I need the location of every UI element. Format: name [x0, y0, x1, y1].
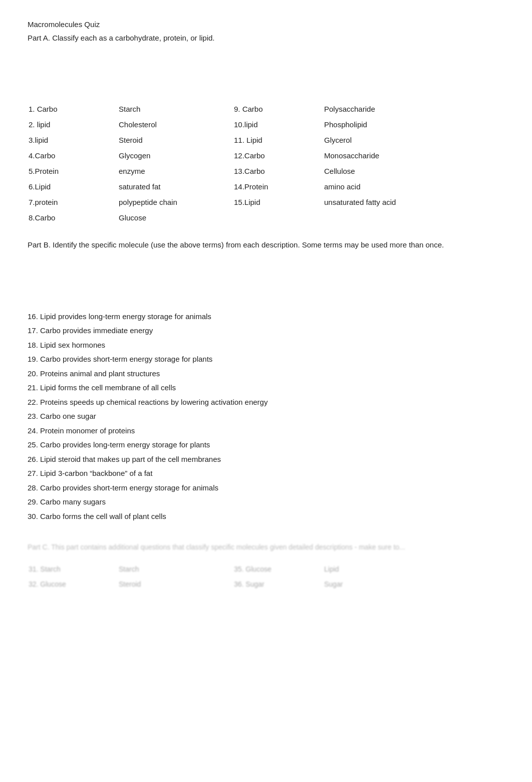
item-14-num: 14.Protein — [233, 180, 323, 193]
part-c-item-8: Sugar — [323, 578, 438, 591]
item-3-num: 3.lipid — [28, 133, 118, 147]
item-10-term: Phospholipid — [323, 118, 438, 131]
item-9-term: Polysaccharide — [323, 102, 438, 116]
list-item: 17. Carbo provides immediate energy — [28, 325, 504, 337]
item-blank-num — [233, 211, 323, 224]
list-item: 28. Carbo provides short-term energy sto… — [28, 482, 504, 494]
item-13-num: 13.Carbo — [233, 164, 323, 178]
item-blank-term — [323, 211, 438, 224]
item-3-term: Steroid — [118, 133, 233, 147]
list-item: 18. Lipid sex hormones — [28, 340, 504, 351]
item-15-term: unsaturated fatty acid — [323, 195, 438, 209]
item-14-term: amino acid — [323, 180, 438, 193]
item-8-term: Glucose — [118, 211, 233, 224]
part-b-instruction: Part B. Identify the specific molecule (… — [28, 239, 504, 251]
item-1-num: 1. Carbo — [28, 102, 118, 116]
item-7-term: polypeptide chain — [118, 195, 233, 209]
part-c-instruction: Part C. This part contains additional qu… — [28, 542, 504, 553]
list-item: 25. Carbo provides long-term energy stor… — [28, 439, 504, 451]
list-item: 22. Proteins speeds up chemical reaction… — [28, 397, 504, 408]
list-item: 23. Carbo one sugar — [28, 411, 504, 422]
item-5-num: 5.Protein — [28, 164, 118, 178]
list-item: 30. Carbo forms the cell wall of plant c… — [28, 511, 504, 523]
item-13-term: Cellulose — [323, 164, 438, 178]
item-1-term: Starch — [118, 102, 233, 116]
item-11-num: 11. Lipid — [233, 133, 323, 147]
part-c-grid: 31. Starch Starch 35. Glucose Lipid 32. … — [28, 563, 504, 591]
item-6-num: 6.Lipid — [28, 180, 118, 193]
list-item: 29. Carbo many sugars — [28, 496, 504, 508]
item-7-num: 7.protein — [28, 195, 118, 209]
list-item: 19. Carbo provides short-term energy sto… — [28, 354, 504, 365]
part-c-item-7: 36. Sugar — [233, 578, 323, 591]
part-b-list: 16. Lipid provides long-term energy stor… — [28, 311, 504, 523]
part-c-section: Part C. This part contains additional qu… — [28, 542, 504, 591]
part-c-item-4: Lipid — [323, 563, 438, 576]
part-c-item-1: 31. Starch — [28, 563, 118, 576]
title: Macromolecules Quiz — [28, 20, 504, 29]
item-6-term: saturated fat — [118, 180, 233, 193]
item-2-term: Cholesterol — [118, 118, 233, 131]
part-a-instruction: Part A. Classify each as a carbohydrate,… — [28, 34, 504, 42]
item-5-term: enzyme — [118, 164, 233, 178]
item-9-num: 9. Carbo — [233, 102, 323, 116]
item-10-num: 10.lipid — [233, 118, 323, 131]
item-2-num: 2. lipid — [28, 118, 118, 131]
item-8-num: 8.Carbo — [28, 211, 118, 224]
list-item: 27. Lipid 3-carbon “backbone” of a fat — [28, 468, 504, 479]
list-item: 20. Proteins animal and plant structures — [28, 368, 504, 380]
part-c-item-2: Starch — [118, 563, 233, 576]
list-item: 24. Protein monomer of proteins — [28, 425, 504, 437]
item-15-num: 15.Lipid — [233, 195, 323, 209]
item-4-num: 4.Carbo — [28, 149, 118, 162]
item-4-term: Glycogen — [118, 149, 233, 162]
part-c-item-5: 32. Glucose — [28, 578, 118, 591]
item-12-num: 12.Carbo — [233, 149, 323, 162]
list-item: 21. Lipid forms the cell membrane of all… — [28, 382, 504, 394]
list-item: 26. Lipid steroid that makes up part of … — [28, 454, 504, 465]
part-c-item-6: Steroid — [118, 578, 233, 591]
part-c-item-3: 35. Glucose — [233, 563, 323, 576]
item-12-term: Monosaccharide — [323, 149, 438, 162]
item-11-term: Glycerol — [323, 133, 438, 147]
answers-grid: 1. Carbo Starch 9. Carbo Polysaccharide … — [28, 102, 504, 224]
list-item: 16. Lipid provides long-term energy stor… — [28, 311, 504, 323]
